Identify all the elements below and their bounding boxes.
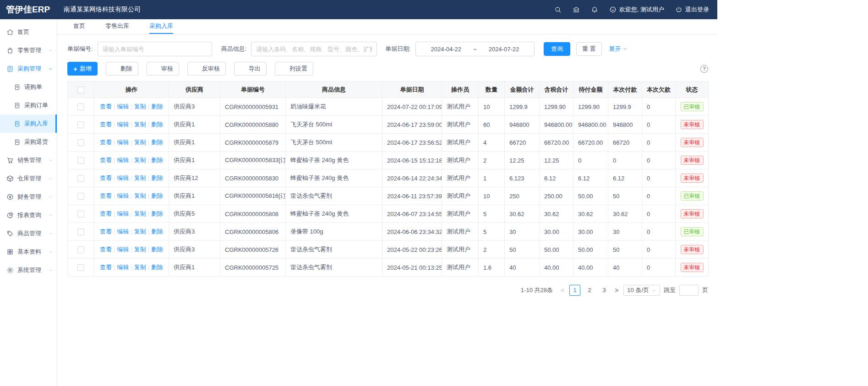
jump-page-input[interactable] [679, 285, 699, 296]
unaudit-button[interactable]: 反审核 [187, 62, 226, 76]
page-3-button[interactable]: 3 [599, 285, 610, 296]
copy-link[interactable]: 复制 [134, 228, 146, 235]
sidebar-item-purchase-return[interactable]: 采购退货 [0, 133, 57, 151]
row-checkbox[interactable] [77, 228, 84, 235]
logout-button[interactable]: 退出登录 [675, 5, 709, 14]
view-link[interactable]: 查看 [100, 246, 112, 253]
date-range-picker[interactable]: 2024-04-22 ~ 2024-07-22 [415, 42, 535, 56]
tab-retail-outbound[interactable]: 零售出库 [105, 19, 129, 34]
delete-link[interactable]: 删除 [151, 157, 163, 163]
row-checkbox[interactable] [77, 175, 84, 182]
sidebar-item-report-query[interactable]: 报表查询 [0, 206, 57, 224]
edit-link[interactable]: 编辑 [117, 139, 129, 146]
sidebar-item-home[interactable]: 首页 [0, 23, 57, 41]
edit-link[interactable]: 编辑 [117, 103, 129, 110]
copy-link[interactable]: 复制 [134, 139, 146, 146]
bell-icon[interactable] [591, 6, 598, 13]
sidebar-item-purchase-inbound[interactable]: 采购入库 [0, 114, 57, 133]
sidebar-item-goods-mgmt[interactable]: 商品管理 [0, 224, 57, 243]
sidebar-item-finance-mgmt[interactable]: 财务管理 [0, 188, 57, 206]
column-header-doc-no[interactable]: 单据编号 [220, 82, 286, 98]
column-header-payable[interactable]: 待付金额 [573, 82, 608, 98]
column-header-date[interactable]: 单据日期 [382, 82, 442, 98]
column-header-actions[interactable]: 操作 [94, 82, 169, 98]
sidebar-item-purchase-request[interactable]: 请购单 [0, 78, 57, 96]
export-button[interactable]: 导出 [234, 62, 267, 76]
delete-link[interactable]: 删除 [151, 139, 163, 146]
audit-button[interactable]: 审核 [147, 62, 179, 76]
edit-link[interactable]: 编辑 [117, 210, 129, 217]
view-link[interactable]: 查看 [100, 139, 112, 146]
row-checkbox[interactable] [77, 211, 84, 217]
view-link[interactable]: 查看 [100, 210, 112, 217]
date-start[interactable]: 2024-04-22 [431, 46, 462, 53]
tab-home[interactable]: 首页 [73, 19, 85, 34]
tab-purchase-inbound[interactable]: 采购入库 [149, 19, 173, 34]
page-1-button[interactable]: 1 [569, 285, 580, 296]
delete-button[interactable]: 删除 [106, 62, 138, 76]
sidebar-item-basic-data[interactable]: 基本资料 [0, 243, 57, 261]
column-settings-button[interactable]: 列设置 [275, 62, 313, 76]
delete-link[interactable]: 删除 [151, 228, 163, 235]
edit-link[interactable]: 编辑 [117, 192, 129, 199]
delete-link[interactable]: 删除 [151, 103, 163, 110]
copy-link[interactable]: 复制 [134, 192, 146, 199]
row-checkbox[interactable] [77, 139, 84, 146]
copy-link[interactable]: 复制 [134, 264, 146, 271]
column-header-product[interactable]: 商品信息 [286, 82, 382, 98]
edit-link[interactable]: 编辑 [117, 246, 129, 253]
doc-no-input[interactable] [98, 42, 212, 56]
column-header-amount[interactable]: 金额合计 [505, 82, 540, 98]
prev-page-button[interactable]: < [559, 287, 566, 294]
row-checkbox[interactable] [77, 103, 84, 110]
edit-link[interactable]: 编辑 [117, 264, 129, 271]
view-link[interactable]: 查看 [100, 174, 112, 181]
page-2-button[interactable]: 2 [584, 285, 595, 296]
column-header-supplier[interactable]: 供应商 [169, 82, 220, 98]
column-header-operator[interactable]: 操作员 [442, 82, 479, 98]
edit-link[interactable]: 编辑 [117, 121, 129, 128]
reset-button[interactable]: 重 置 [576, 42, 602, 56]
sidebar-item-purchase-mgmt[interactable]: 采购管理 [0, 60, 57, 78]
help-icon[interactable]: ? [700, 65, 708, 73]
row-checkbox[interactable] [77, 246, 84, 253]
product-info-input[interactable] [251, 42, 377, 56]
date-end[interactable]: 2024-07-22 [489, 46, 519, 53]
edit-link[interactable]: 编辑 [117, 174, 129, 181]
bank-icon[interactable] [573, 6, 580, 13]
view-link[interactable]: 查看 [100, 103, 112, 110]
copy-link[interactable]: 复制 [134, 210, 146, 217]
row-checkbox[interactable] [77, 157, 84, 164]
delete-link[interactable]: 删除 [151, 174, 163, 181]
delete-link[interactable]: 删除 [151, 192, 163, 199]
view-link[interactable]: 查看 [100, 121, 112, 128]
select-all-checkbox[interactable] [77, 87, 84, 93]
sidebar-item-warehouse-mgmt[interactable]: 仓库管理 [0, 169, 57, 188]
copy-link[interactable]: 复制 [134, 121, 146, 128]
expand-link[interactable]: 展开 [609, 45, 628, 53]
delete-link[interactable]: 删除 [151, 121, 163, 128]
add-button[interactable]: + 新增 [67, 62, 98, 76]
search-icon[interactable] [554, 6, 562, 13]
view-link[interactable]: 查看 [100, 157, 112, 163]
copy-link[interactable]: 复制 [134, 246, 146, 253]
edit-link[interactable]: 编辑 [117, 228, 129, 235]
sidebar-item-purchase-order[interactable]: 采购订单 [0, 96, 57, 114]
column-header-paid[interactable]: 本次付款 [608, 82, 642, 98]
row-checkbox[interactable] [77, 121, 84, 128]
column-header-qty[interactable]: 数量 [479, 82, 505, 98]
column-header-status[interactable]: 状态 [676, 82, 709, 98]
sidebar-item-sales-mgmt[interactable]: 销售管理 [0, 151, 57, 169]
column-header-amount-tax[interactable]: 含税合计 [540, 82, 573, 98]
delete-link[interactable]: 删除 [151, 210, 163, 217]
view-link[interactable]: 查看 [100, 192, 112, 199]
edit-link[interactable]: 编辑 [117, 157, 129, 163]
copy-link[interactable]: 复制 [134, 174, 146, 181]
delete-link[interactable]: 删除 [151, 246, 163, 253]
app-logo[interactable]: 管伊佳ERP [0, 4, 57, 16]
copy-link[interactable]: 复制 [134, 157, 146, 163]
row-checkbox[interactable] [77, 193, 84, 200]
welcome-user[interactable]: 欢迎您, 测试用户 [609, 5, 664, 14]
page-size-select[interactable]: 10 条/页 [623, 285, 660, 296]
next-page-button[interactable]: > [613, 287, 620, 294]
